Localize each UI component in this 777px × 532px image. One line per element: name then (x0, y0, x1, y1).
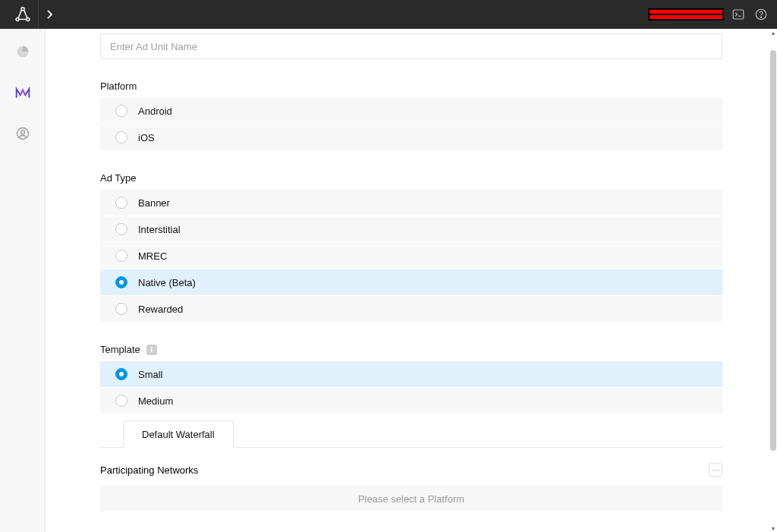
max-logo-icon (15, 86, 30, 99)
sidebar-item-2[interactable] (14, 83, 32, 102)
platform-section: Platform AndroidiOS (100, 80, 722, 151)
svg-line-3 (18, 10, 21, 17)
adtype-option-label: Banner (138, 197, 170, 209)
adtype-option[interactable]: Interstitial (100, 216, 722, 243)
template-option[interactable]: Medium (100, 388, 722, 414)
radio-icon (115, 131, 127, 143)
triangle-logo-icon (14, 6, 31, 23)
content-wrap: Platform AndroidiOS Ad Type BannerInters… (46, 29, 777, 532)
platform-option-label: Android (138, 105, 172, 117)
radio-icon (115, 223, 127, 235)
template-label-text: Template (100, 344, 140, 355)
radio-icon (115, 197, 127, 209)
tab-default-waterfall[interactable]: Default Waterfall (123, 420, 234, 448)
waterfall-tabs: Default Waterfall (100, 420, 722, 448)
adtype-option-label: Rewarded (138, 304, 183, 315)
adtype-option[interactable]: Rewarded (100, 296, 722, 323)
adtype-option-label: Native (Beta) (138, 277, 196, 288)
chevron-right-icon (46, 9, 54, 20)
user-icon (15, 126, 30, 141)
template-option-label: Small (138, 369, 163, 380)
radio-icon (115, 368, 127, 380)
adtype-option-label: Interstitial (138, 224, 181, 235)
adtype-label: Ad Type (100, 172, 722, 184)
networks-placeholder: Please select a Platform (100, 486, 722, 512)
ad-unit-name-input[interactable] (100, 33, 722, 59)
sidebar-item-3[interactable] (14, 124, 32, 143)
terminal-button[interactable] (730, 6, 747, 23)
terminal-icon (731, 8, 745, 21)
radio-icon (115, 105, 127, 117)
radio-icon (115, 276, 127, 288)
help-button[interactable] (753, 6, 769, 23)
adtype-option[interactable]: Banner (100, 190, 722, 216)
svg-point-9 (760, 17, 761, 17)
radio-icon (115, 250, 127, 262)
scrollbar[interactable]: ▴ ▾ (769, 29, 777, 532)
scrollbar-thumb[interactable] (770, 50, 776, 451)
svg-point-2 (27, 17, 30, 20)
sidebar (0, 29, 46, 532)
svg-point-1 (16, 17, 19, 20)
platform-option-label: iOS (138, 132, 155, 143)
topbar (0, 0, 777, 29)
networks-label: Participating Networks (100, 464, 198, 476)
template-label: Template i (100, 344, 722, 355)
sidebar-item-1[interactable] (14, 42, 32, 61)
svg-line-4 (24, 10, 27, 17)
template-option[interactable]: Small (100, 361, 722, 388)
platform-option[interactable]: iOS (100, 124, 722, 151)
circle-partial-icon (15, 44, 30, 59)
content: Platform AndroidiOS Ad Type BannerInters… (46, 29, 777, 532)
scroll-down-arrow[interactable]: ▾ (769, 524, 777, 532)
svg-point-0 (21, 8, 24, 11)
template-option-label: Medium (138, 395, 173, 407)
adtype-option[interactable]: MREC (100, 243, 722, 269)
expand-sidebar-button[interactable] (38, 0, 61, 29)
platform-option[interactable]: Android (100, 98, 722, 124)
adtype-option[interactable]: Native (Beta) (100, 269, 722, 296)
radio-icon (115, 395, 127, 407)
topbar-right (648, 6, 769, 23)
adtype-option-label: MREC (138, 250, 167, 262)
svg-rect-6 (733, 10, 744, 19)
layout: Platform AndroidiOS Ad Type BannerInters… (0, 29, 777, 532)
adtype-section: Ad Type BannerInterstitialMRECNative (Be… (100, 172, 722, 323)
radio-icon (115, 303, 127, 315)
topbar-left (8, 0, 61, 29)
template-info-icon[interactable]: i (146, 345, 157, 355)
scroll-up-arrow[interactable]: ▴ (769, 29, 777, 36)
help-icon (754, 8, 768, 21)
template-section: Template i SmallMedium Default Waterfall… (100, 344, 722, 512)
platform-label: Platform (100, 80, 722, 92)
networks-header: Participating Networks ⋯ (100, 463, 722, 477)
svg-point-12 (20, 131, 24, 134)
dots-icon: ⋯ (712, 466, 719, 474)
networks-more-button[interactable]: ⋯ (709, 463, 722, 477)
app-logo[interactable] (8, 0, 38, 29)
account-dropdown[interactable] (648, 8, 724, 20)
